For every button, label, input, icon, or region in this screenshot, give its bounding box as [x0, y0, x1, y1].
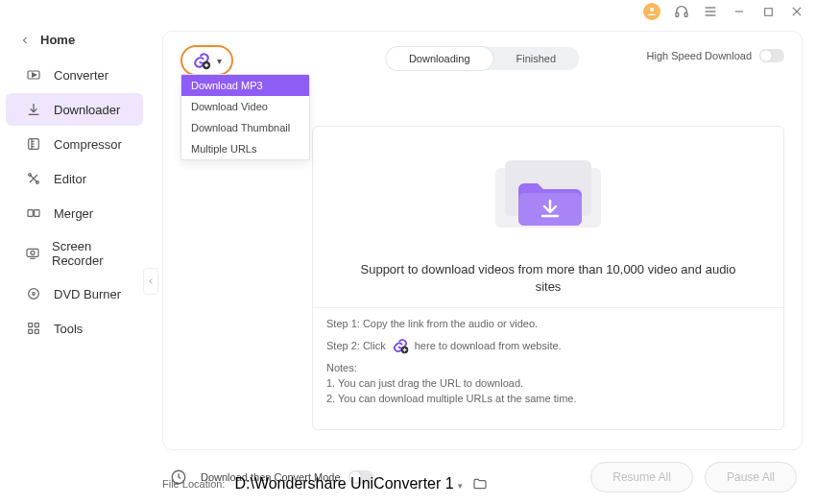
sidebar-item-label: Merger [54, 206, 93, 221]
home-label: Home [40, 33, 75, 47]
file-location-select[interactable]: D:\Wondershare UniConverter 1 ▾ [234, 475, 463, 492]
link-plus-icon [392, 337, 409, 354]
svg-point-22 [31, 251, 35, 254]
sidebar-item-label: Downloader [54, 103, 120, 117]
step2-prefix: Step 2: Click [326, 340, 386, 351]
step-2: Step 2: Click here to download from webs… [326, 337, 770, 354]
svg-rect-28 [29, 329, 33, 333]
high-speed-toggle[interactable] [759, 49, 784, 62]
tools-icon [25, 320, 42, 337]
headphones-icon[interactable] [674, 4, 689, 19]
note-2: 2. You can download multiple URLs at the… [326, 393, 770, 404]
close-icon[interactable] [789, 4, 804, 19]
sidebar: Home Converter Downloader Compressor Edi… [0, 23, 149, 504]
sidebar-item-label: Editor [54, 172, 86, 186]
notes-heading: Notes: [326, 362, 770, 373]
tabs: Downloading Finished [386, 47, 579, 70]
home-button[interactable]: Home [0, 29, 149, 59]
note-1: 1. You can just drag the URL to download… [326, 377, 770, 389]
step-1: Step 1: Copy the link from the audio or … [326, 318, 770, 329]
file-location-value: D:\Wondershare UniConverter 1 [234, 475, 453, 492]
svg-rect-21 [27, 249, 38, 256]
tab-downloading[interactable]: Downloading [386, 47, 493, 70]
tab-finished[interactable]: Finished [493, 47, 580, 70]
link-plus-icon [192, 51, 211, 70]
sidebar-item-tools[interactable]: Tools [6, 312, 143, 345]
sidebar-item-label: Screen Recorder [52, 239, 133, 268]
svg-rect-1 [676, 12, 679, 16]
nav-list: Converter Downloader Compressor Editor M… [0, 59, 149, 345]
menu-icon[interactable] [703, 4, 718, 19]
titlebar [0, 0, 816, 23]
downloader-icon [25, 101, 42, 118]
sidebar-item-compressor[interactable]: Compressor [6, 128, 143, 160]
file-location-label: File Location: [162, 478, 225, 490]
merger-icon [25, 204, 42, 222]
svg-rect-7 [764, 8, 772, 15]
editor-icon [25, 170, 42, 187]
main-area: ▾ Download MP3 Download Video Download T… [149, 23, 816, 504]
collapse-sidebar-button[interactable] [143, 268, 158, 295]
svg-rect-19 [28, 210, 33, 217]
sidebar-item-label: Tools [54, 322, 83, 336]
menu-item-download-video[interactable]: Download Video [181, 96, 309, 117]
sidebar-item-editor[interactable]: Editor [6, 162, 143, 195]
converter-icon [25, 66, 42, 84]
downloader-card: ▾ Download MP3 Download Video Download T… [162, 31, 803, 450]
svg-point-24 [29, 289, 39, 300]
minimize-icon[interactable] [732, 4, 747, 19]
sidebar-item-dvd-burner[interactable]: DVD Burner [6, 277, 143, 310]
recorder-icon [25, 245, 40, 262]
sidebar-item-converter[interactable]: Converter [6, 59, 143, 91]
sidebar-item-label: DVD Burner [54, 287, 121, 301]
user-avatar-icon[interactable] [643, 3, 660, 20]
chevron-down-icon: ▾ [458, 481, 463, 491]
open-folder-icon[interactable] [472, 476, 488, 492]
svg-rect-2 [684, 12, 687, 16]
high-speed-download: High Speed Download [647, 49, 784, 62]
chevron-down-icon: ▾ [217, 56, 222, 66]
svg-rect-29 [35, 329, 38, 333]
maximize-icon[interactable] [760, 4, 776, 19]
svg-marker-11 [33, 73, 36, 77]
svg-point-25 [33, 293, 36, 296]
menu-item-multiple-urls[interactable]: Multiple URLs [181, 138, 309, 159]
step2-suffix: here to download from website. [415, 340, 562, 351]
svg-rect-26 [29, 324, 33, 327]
svg-rect-27 [35, 324, 38, 327]
sidebar-item-downloader[interactable]: Downloader [6, 93, 143, 126]
svg-rect-20 [35, 210, 39, 217]
menu-item-download-thumbnail[interactable]: Download Thumbnail [181, 117, 309, 138]
add-download-button[interactable]: ▾ [180, 45, 233, 76]
dvd-icon [25, 285, 42, 302]
content-panel: Support to download videos from more tha… [312, 126, 784, 430]
caption-text: Support to download videos from more tha… [313, 261, 783, 307]
sidebar-item-merger[interactable]: Merger [6, 197, 143, 229]
menu-item-download-mp3[interactable]: Download MP3 [181, 75, 309, 96]
compressor-icon [25, 135, 42, 153]
sidebar-item-label: Converter [54, 68, 108, 83]
download-type-menu: Download MP3 Download Video Download Thu… [180, 74, 310, 160]
sidebar-item-label: Compressor [54, 137, 122, 152]
svg-point-0 [650, 8, 654, 12]
steps-list: Step 1: Copy the link from the audio or … [313, 307, 783, 414]
folder-illustration [313, 127, 783, 261]
high-speed-label: High Speed Download [647, 50, 752, 61]
sidebar-item-screen-recorder[interactable]: Screen Recorder [6, 231, 143, 276]
